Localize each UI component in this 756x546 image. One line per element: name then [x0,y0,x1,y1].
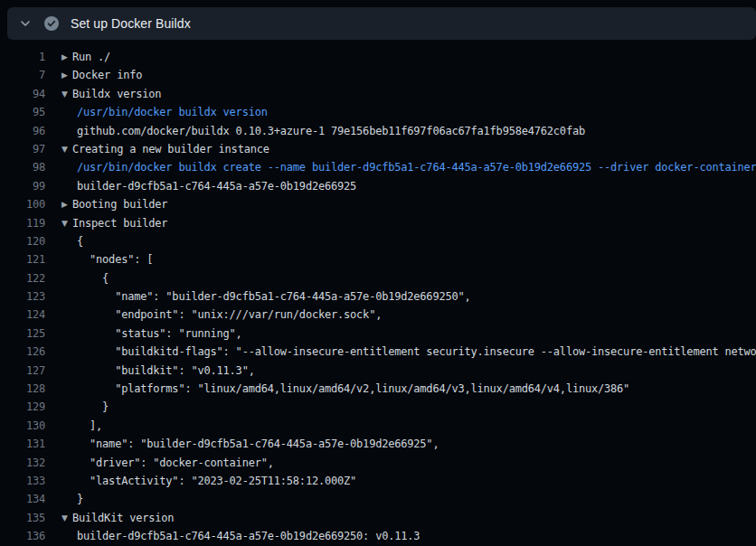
log-group-row[interactable]: 100▶Booting builder [0,195,756,213]
log-line: 124 "endpoint": "unix:///var/run/docker.… [0,306,756,324]
log-line: 126 "buildkitd-flags": "--allow-insecure… [0,343,756,361]
check-circle-icon [44,16,59,31]
output-text: builder-d9cfb5a1-c764-445a-a57e-0b19d2e6… [77,527,420,545]
line-number[interactable]: 131 [0,435,45,453]
line-number[interactable]: 120 [0,232,45,250]
triangle-expanded-icon: ▼ [61,85,72,103]
log-line: 131 "name": "builder-d9cfb5a1-c764-445a-… [0,435,756,453]
output-text: } [77,398,109,416]
line-number[interactable]: 1 [0,48,45,66]
output-text: ], [77,417,102,435]
line-number[interactable]: 119 [0,214,45,232]
line-number[interactable]: 96 [0,122,45,140]
log-line: 123 "name": "builder-d9cfb5a1-c764-445a-… [0,287,756,306]
line-number[interactable]: 130 [0,417,45,435]
log-line: 132 "driver": "docker-container", [0,454,756,472]
log-line: 125 "status": "running", [0,325,756,343]
log-line: 127 "buildkit": "v0.11.3", [0,362,756,380]
line-number[interactable]: 128 [0,380,45,398]
line-number[interactable]: 134 [0,490,45,508]
output-text: "driver": "docker-container", [77,454,274,472]
line-number[interactable]: 123 [0,287,45,306]
line-number[interactable]: 133 [0,472,45,490]
line-number[interactable]: 129 [0,398,45,416]
output-text: "name": "builder-d9cfb5a1-c764-445a-a57e… [77,287,471,306]
output-text: "status": "running", [77,325,242,343]
line-number[interactable]: 100 [0,195,45,213]
command-text: /usr/bin/docker buildx create --name bui… [77,158,756,176]
output-text: { [77,232,83,250]
output-text: "platforms": "linux/amd64,linux/amd64/v2… [77,380,629,398]
triangle-collapsed-icon: ▶ [61,66,72,84]
output-text: "buildkitd-flags": "--allow-insecure-ent… [77,343,756,361]
line-number[interactable]: 122 [0,269,45,287]
line-number[interactable]: 124 [0,306,45,324]
line-number[interactable]: 121 [0,250,45,268]
group-title: Run ./ [72,48,110,66]
group-title: Creating a new builder instance [72,140,269,158]
log-group-row[interactable]: 119▼Inspect builder [0,214,756,232]
output-text: "lastActivity": "2023-02-25T11:58:12.000… [77,472,356,490]
output-text: builder-d9cfb5a1-c764-445a-a57e-0b19d2e6… [77,177,356,195]
triangle-collapsed-icon: ▶ [61,195,72,213]
log-line: 136builder-d9cfb5a1-c764-445a-a57e-0b19d… [0,527,756,545]
step-header[interactable]: Set up Docker Buildx [7,7,756,40]
output-text: "name": "builder-d9cfb5a1-c764-445a-a57e… [77,435,439,453]
line-number[interactable]: 132 [0,454,45,472]
line-number[interactable]: 97 [0,140,45,158]
log-line: 134} [0,490,756,508]
group-title: Docker info [72,66,142,84]
output-text: github.com/docker/buildx 0.10.3+azure-1 … [77,122,585,140]
group-title: BuildKit version [72,509,174,527]
log-group-row[interactable]: 1▶Run ./ [0,48,756,66]
line-number[interactable]: 126 [0,343,45,361]
line-number[interactable]: 7 [0,66,45,84]
log-group-row[interactable]: 94▼Buildx version [0,85,756,103]
log-group-row[interactable]: 135▼BuildKit version [0,509,756,527]
group-title: Buildx version [72,85,161,103]
command-text: /usr/bin/docker buildx version [77,103,268,121]
log-line: 122 { [0,269,756,287]
log-area: 1▶Run ./7▶Docker info94▼Buildx version95… [0,40,756,546]
output-text: "nodes": [ [77,250,153,268]
triangle-collapsed-icon: ▶ [61,48,72,66]
output-text: "buildkit": "v0.11.3", [77,362,255,380]
log-line: 98/usr/bin/docker buildx create --name b… [0,158,756,176]
log-line: 95/usr/bin/docker buildx version [0,103,756,121]
log-line: 128 "platforms": "linux/amd64,linux/amd6… [0,380,756,398]
chevron-down-icon[interactable] [18,16,33,31]
line-number[interactable]: 135 [0,509,45,527]
line-number[interactable]: 136 [0,527,45,545]
group-title: Inspect builder [72,214,167,232]
group-title: Booting builder [72,195,167,213]
triangle-expanded-icon: ▼ [61,509,72,527]
log-line: 96github.com/docker/buildx 0.10.3+azure-… [0,122,756,140]
line-number[interactable]: 94 [0,85,45,103]
line-number[interactable]: 127 [0,362,45,380]
log-line: 120{ [0,232,756,250]
line-number[interactable]: 99 [0,177,45,195]
log-line: 99builder-d9cfb5a1-c764-445a-a57e-0b19d2… [0,177,756,195]
triangle-expanded-icon: ▼ [61,140,72,158]
output-text: } [77,490,83,508]
output-text: { [77,269,109,287]
log-line: 121 "nodes": [ [0,250,756,268]
log-line: 133 "lastActivity": "2023-02-25T11:58:12… [0,472,756,490]
output-text: "endpoint": "unix:///var/run/docker.sock… [77,306,382,324]
log-line: 130 ], [0,417,756,435]
log-group-row[interactable]: 97▼Creating a new builder instance [0,140,756,158]
line-number[interactable]: 95 [0,103,45,121]
log-group-row[interactable]: 7▶Docker info [0,66,756,84]
log-line: 129 } [0,398,756,416]
actions-log-panel: Set up Docker Buildx 1▶Run ./7▶Docker in… [0,0,756,546]
line-number[interactable]: 98 [0,158,45,176]
step-title: Set up Docker Buildx [71,16,191,31]
line-number[interactable]: 125 [0,325,45,343]
triangle-expanded-icon: ▼ [61,214,72,232]
